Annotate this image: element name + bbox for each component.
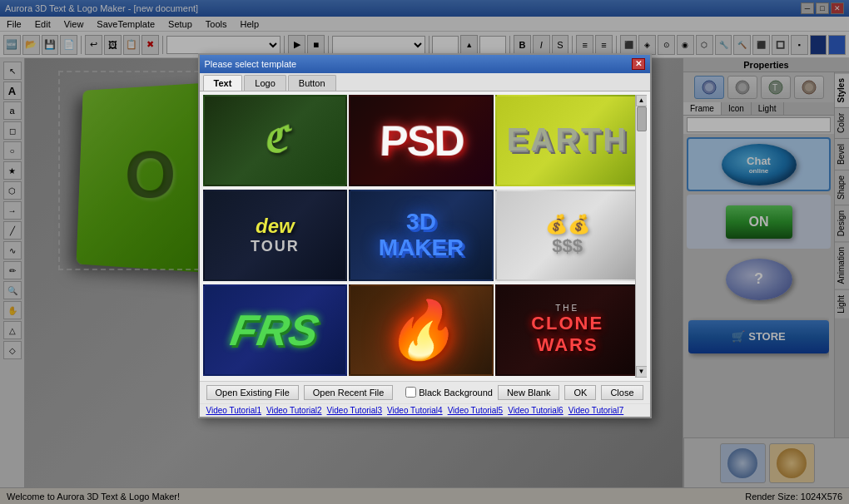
modal-body: ℭ PSD EARTH dew TOUR: [200, 91, 650, 381]
close-button-modal[interactable]: Close: [601, 385, 643, 400]
template-label-9: THE CLONEWARS: [531, 304, 603, 356]
template-item-2[interactable]: PSD: [349, 95, 494, 186]
template-item-8[interactable]: 🔥: [349, 284, 494, 376]
scroll-up-arrow[interactable]: ▲: [636, 95, 647, 106]
template-item-5[interactable]: 3DMAKER: [349, 190, 494, 281]
modal-tab-text[interactable]: Text: [203, 75, 243, 91]
tutorial-link-6[interactable]: Video Tutorial6: [508, 406, 564, 415]
template-label-8: 🔥: [385, 297, 456, 363]
template-label-2: PSD: [378, 116, 464, 166]
tutorial-link-4[interactable]: Video Tutorial4: [387, 406, 443, 415]
template-label-6: 💰💰$$$: [545, 214, 590, 257]
open-recent-button[interactable]: Open Recent File: [304, 385, 394, 400]
black-bg-label: Black Background: [419, 388, 493, 398]
modal-title: Please select template: [205, 59, 297, 69]
black-bg-check: Black Background: [405, 387, 493, 398]
template-label-4: dew TOUR: [251, 215, 300, 255]
tutorial-link-2[interactable]: Video Tutorial2: [266, 406, 322, 415]
scroll-thumb[interactable]: [637, 106, 647, 131]
modal-tabs: Text Logo Button: [200, 73, 650, 91]
modal-titlebar: Please select template ✕: [200, 55, 650, 73]
template-grid: ℭ PSD EARTH dew TOUR: [203, 95, 640, 378]
template-item-1[interactable]: ℭ: [203, 95, 348, 186]
template-item-6[interactable]: 💰💰$$$: [495, 190, 640, 281]
modal-tab-logo[interactable]: Logo: [244, 75, 285, 91]
template-container: ℭ PSD EARTH dew TOUR: [203, 95, 647, 378]
template-label-1: ℭ: [263, 120, 287, 161]
template-scrollbar: ▲ ▼: [635, 95, 647, 378]
modal-close-button[interactable]: ✕: [632, 58, 645, 70]
tutorial-link-3[interactable]: Video Tutorial3: [327, 406, 383, 415]
template-label-5: 3DMAKER: [379, 210, 464, 261]
tutorial-link-1[interactable]: Video Tutorial1: [206, 406, 262, 415]
open-existing-button[interactable]: Open Existing File: [206, 385, 299, 400]
template-item-9[interactable]: THE CLONEWARS: [495, 284, 640, 376]
ok-button[interactable]: OK: [564, 385, 596, 400]
new-blank-button[interactable]: New Blank: [498, 385, 560, 400]
modal-tab-button[interactable]: Button: [288, 75, 336, 91]
tutorial-link-7[interactable]: Video Tutorial7: [568, 406, 624, 415]
template-label-7: FRS: [227, 305, 323, 355]
template-item-7[interactable]: FRS: [203, 284, 348, 376]
tutorial-link-5[interactable]: Video Tutorial5: [448, 406, 504, 415]
scroll-down-arrow[interactable]: ▼: [636, 366, 647, 378]
template-modal: Please select template ✕ Text Logo Butto…: [198, 53, 652, 418]
modal-footer: Open Existing File Open Recent File Blac…: [200, 381, 650, 403]
template-label-3: EARTH: [507, 122, 628, 158]
modal-overlay: Please select template ✕ Text Logo Butto…: [0, 0, 849, 504]
black-bg-checkbox[interactable]: [405, 387, 416, 398]
tutorial-links: Video Tutorial1 Video Tutorial2 Video Tu…: [200, 403, 650, 417]
template-item-3[interactable]: EARTH: [495, 95, 640, 186]
scroll-track: [636, 106, 647, 366]
template-item-4[interactable]: dew TOUR: [203, 190, 348, 281]
